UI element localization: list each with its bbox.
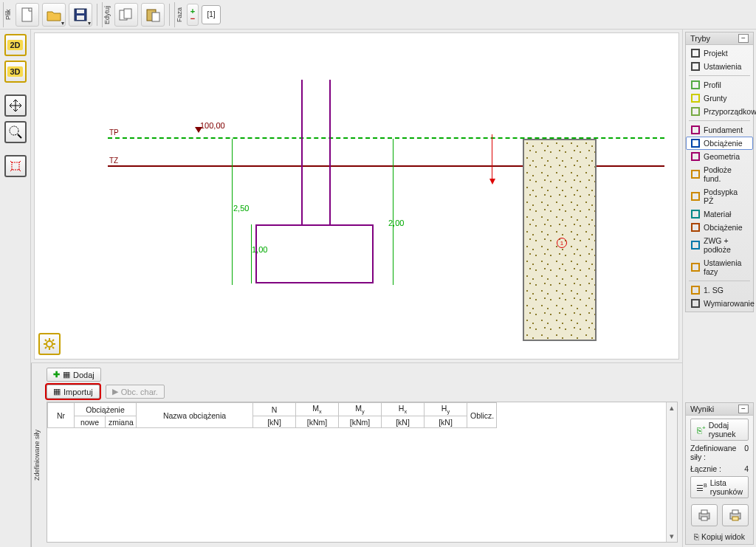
drawing-list-button[interactable]: ☰B Lista rysunków [690,476,749,498]
th-hy[interactable]: Hy [425,403,467,416]
tree-item-label: Projekt [704,49,728,58]
th-hy-unit: [kN] [425,416,467,428]
dim-guide-1 [232,139,233,285]
svg-rect-21 [692,193,699,200]
tree-item-label: Materiał [704,210,731,219]
th-obc[interactable]: Obciążenie [75,403,137,416]
collapse-icon[interactable]: − [738,34,749,43]
collapse-icon[interactable]: − [738,405,749,413]
tree-item-profil[interactable]: Profil [686,78,753,92]
add-drawing-label: Dodaj rysunek [709,421,742,438]
2d-icon: 2D [7,40,22,50]
podloze-icon [691,170,700,179]
stat-defined-forces-label: Zdefiniowane siły : [690,444,744,461]
printer-color-icon [727,509,743,522]
drawing-canvas[interactable]: TP TZ 100,00 2,50 1,00 2,00 1 [34,32,679,359]
tree-item-ustawienia-fazy[interactable]: Ustawienia fazy [686,256,753,278]
canvas-settings-button[interactable] [38,333,61,355]
th-nazwa[interactable]: Nazwa obciążenia [137,403,253,428]
svg-point-8 [10,126,18,135]
assign-icon [691,107,700,116]
phase-add-remove[interactable]: + − [187,4,199,26]
import-button[interactable]: ▦ Importuj [47,385,100,399]
add-drawing-button[interactable]: ⎘+ Dodaj rysunek [690,419,749,441]
svg-rect-33 [732,517,738,520]
copy-button[interactable] [114,3,138,27]
tree-item-label: Podłoże fund. [704,165,748,183]
view-2d-button[interactable]: 2D [4,34,27,56]
grid-icon: ▦ [53,387,61,396]
tree-item-wymiarowanie[interactable]: Wymiarowanie [686,297,753,310]
svg-rect-32 [732,510,738,514]
extents-icon [8,159,23,173]
ufazy-icon [691,263,700,272]
print-button-1[interactable] [691,504,718,526]
svg-line-9 [18,134,21,138]
scroll-up-icon[interactable]: ▴ [667,402,677,413]
copy-view-link[interactable]: ⎘ Kopiuj widok [690,532,749,541]
tryby-panel: Tryby − ProjektUstawieniaProfilGruntyPrz… [685,32,754,312]
column-line-1 [301,80,303,226]
copy-view-label: Kopiuj widok [701,532,745,541]
th-oblicz[interactable]: Oblicz. [467,403,497,428]
extents-button[interactable] [4,155,27,177]
tree-item-pod-o-e-fund-[interactable]: Podłoże fund. [686,163,753,185]
tree-item-ustawienia[interactable]: Ustawienia [686,60,753,73]
th-mx[interactable]: Mx [296,403,339,416]
svg-rect-25 [692,264,699,271]
print-button-2[interactable] [722,504,749,526]
tree-item-materia-[interactable]: Materiał [686,207,753,221]
tree-item-zwg-pod-o-e[interactable]: ZWG + podłoże [686,234,753,256]
th-hx[interactable]: Hx [382,403,425,416]
tree-item-1-sg[interactable]: 1. SG [686,283,753,297]
wyniki-title: Wyniki [690,405,714,413]
zoom-button[interactable] [4,121,27,143]
tree-item-obci-enie[interactable]: Obciążenie [686,137,753,150]
tree-item-geometria[interactable]: Geometria [686,150,753,163]
svg-rect-27 [692,300,699,307]
open-file-button[interactable]: ▾ [42,3,66,27]
save-file-button[interactable]: ▾ [69,3,92,27]
tree-item-projekt[interactable]: Projekt [686,47,753,60]
pan-button[interactable] [4,94,27,117]
add-load-button[interactable]: ✚ ▦ Dodaj [47,368,101,382]
th-obc-zmiana[interactable]: zmiana [106,416,137,428]
th-obc-nowe[interactable]: nowe [75,416,106,428]
geom-icon [691,152,700,161]
th-my[interactable]: My [339,403,382,416]
th-nr[interactable]: Nr [48,403,75,428]
view-3d-button[interactable]: 3D [4,61,27,83]
left-toolbar: 2D 3D [0,30,31,547]
paste-button[interactable] [141,3,165,27]
panel-title-vertical: Zdefiniowane siły [31,363,42,547]
tree-item-label: Ustawienia [704,62,741,71]
scroll-down-icon[interactable]: ▾ [667,531,677,542]
material-icon [691,210,700,219]
plus-icon: + [190,7,195,15]
th-mx-unit: [kNm] [296,416,339,428]
svg-rect-19 [692,153,699,160]
svg-rect-2 [77,10,84,13]
dim-guide-3 [393,139,394,285]
loads-table[interactable]: Nr Obciążenie Nazwa obciążenia N Mx My H… [47,402,497,428]
th-n[interactable]: N [253,403,296,416]
tree-item-label: Profil [704,80,721,89]
stat-defined-forces-value: 0 [744,444,749,461]
tree-item-podsypka-p-[interactable]: Podsypka PŻ [686,185,753,207]
tree-item-fundament[interactable]: Fundament [686,123,753,137]
play-icon: ▶ [112,387,118,396]
tree-item-przyporz-dkow-[interactable]: Przyporządkow. [686,105,753,118]
stat-total-label: Łącznie : [690,464,721,473]
minus-icon: − [190,15,195,22]
tree-item-grunty[interactable]: Grunty [686,92,753,105]
loads-panel: Zdefiniowane siły ✚ ▦ Dodaj ▦ Importuj [31,362,682,547]
table-scrollbar[interactable]: ▴ ▾ [666,402,677,542]
gear-icon [691,62,700,71]
wyniki-panel: Wyniki − ⎘+ Dodaj rysunek Zdefiniowane s… [685,402,754,545]
svg-rect-23 [692,224,699,231]
phase-tab-1[interactable]: [1] [202,5,221,24]
grid-icon: ▦ [63,370,70,379]
new-file-button[interactable] [16,3,39,27]
th-n-unit: [kN] [253,416,296,428]
tree-item-obci-enie[interactable]: Obciążenie [686,221,753,234]
